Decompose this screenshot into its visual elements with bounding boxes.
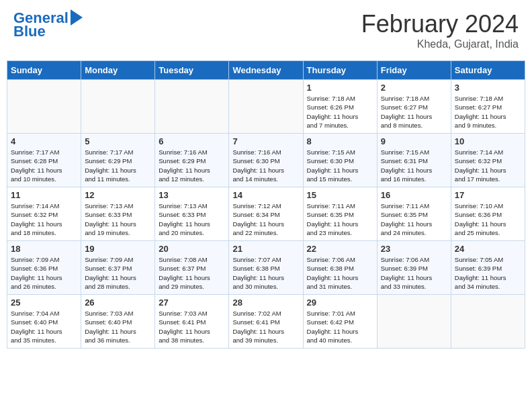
day-info-text: Sunrise: 7:15 AM Sunset: 6:30 PM Dayligh… [307,148,373,183]
day-number: 2 [381,83,447,93]
calendar-day-cell: 21Sunrise: 7:07 AM Sunset: 6:38 PM Dayli… [229,241,303,295]
calendar-day-cell: 29Sunrise: 7:01 AM Sunset: 6:42 PM Dayli… [303,295,377,349]
day-info-text: Sunrise: 7:18 AM Sunset: 6:26 PM Dayligh… [307,94,373,130]
day-info-text: Sunrise: 7:13 AM Sunset: 6:33 PM Dayligh… [85,201,151,237]
logo-arrow-icon [71,9,83,26]
calendar-day-cell: 25Sunrise: 7:04 AM Sunset: 6:40 PM Dayli… [7,295,81,349]
calendar-day-cell: 8Sunrise: 7:15 AM Sunset: 6:30 PM Daylig… [303,134,377,187]
calendar-day-cell [451,295,525,349]
logo: General Blue [13,10,83,40]
calendar-day-cell: 16Sunrise: 7:11 AM Sunset: 6:35 PM Dayli… [377,187,451,241]
month-year-title: February 2024 [361,10,519,38]
day-info-text: Sunrise: 7:14 AM Sunset: 6:32 PM Dayligh… [455,148,521,183]
title-block: February 2024 Kheda, Gujarat, India [361,10,519,50]
day-info-text: Sunrise: 7:18 AM Sunset: 6:27 PM Dayligh… [381,94,447,130]
day-number: 21 [232,244,299,254]
calendar-day-cell: 15Sunrise: 7:11 AM Sunset: 6:35 PM Dayli… [303,187,377,241]
day-number: 5 [85,136,151,146]
calendar-header-row: SundayMondayTuesdayWednesdayThursdayFrid… [7,61,525,80]
calendar-week-row: 18Sunrise: 7:09 AM Sunset: 6:36 PM Dayli… [7,241,525,295]
calendar-day-cell: 18Sunrise: 7:09 AM Sunset: 6:36 PM Dayli… [7,241,81,295]
calendar-day-cell: 28Sunrise: 7:02 AM Sunset: 6:41 PM Dayli… [229,295,303,349]
calendar-day-cell: 11Sunrise: 7:14 AM Sunset: 6:32 PM Dayli… [7,187,81,241]
day-number: 25 [11,298,77,308]
calendar-week-row: 11Sunrise: 7:14 AM Sunset: 6:32 PM Dayli… [7,187,525,241]
day-number: 16 [381,190,447,200]
calendar-day-cell: 22Sunrise: 7:06 AM Sunset: 6:38 PM Dayli… [303,241,377,295]
day-of-week-header: Monday [81,61,155,80]
calendar-day-cell: 5Sunrise: 7:17 AM Sunset: 6:29 PM Daylig… [81,134,155,187]
day-number: 27 [159,298,225,308]
day-info-text: Sunrise: 7:18 AM Sunset: 6:27 PM Dayligh… [455,94,521,130]
day-number: 8 [307,136,373,146]
day-info-text: Sunrise: 7:11 AM Sunset: 6:35 PM Dayligh… [307,201,373,237]
day-number: 7 [232,136,299,146]
day-info-text: Sunrise: 7:03 AM Sunset: 6:41 PM Dayligh… [159,309,225,345]
day-number: 19 [85,244,151,254]
day-number: 13 [159,190,225,200]
day-number: 3 [455,83,521,93]
calendar-day-cell: 24Sunrise: 7:05 AM Sunset: 6:39 PM Dayli… [451,241,525,295]
calendar-day-cell: 4Sunrise: 7:17 AM Sunset: 6:28 PM Daylig… [7,134,81,187]
day-info-text: Sunrise: 7:05 AM Sunset: 6:39 PM Dayligh… [455,255,521,291]
calendar-day-cell: 14Sunrise: 7:12 AM Sunset: 6:34 PM Dayli… [229,187,303,241]
calendar-day-cell [7,80,81,134]
day-info-text: Sunrise: 7:17 AM Sunset: 6:28 PM Dayligh… [11,148,77,183]
day-info-text: Sunrise: 7:15 AM Sunset: 6:31 PM Dayligh… [381,148,447,183]
calendar-day-cell: 7Sunrise: 7:16 AM Sunset: 6:30 PM Daylig… [229,134,303,187]
day-number: 29 [307,298,373,308]
calendar-day-cell: 20Sunrise: 7:08 AM Sunset: 6:37 PM Dayli… [155,241,229,295]
day-number: 23 [381,244,447,254]
day-number: 4 [11,136,77,146]
calendar-day-cell: 3Sunrise: 7:18 AM Sunset: 6:27 PM Daylig… [451,80,525,134]
calendar-body: 1Sunrise: 7:18 AM Sunset: 6:26 PM Daylig… [7,80,525,349]
day-info-text: Sunrise: 7:09 AM Sunset: 6:37 PM Dayligh… [85,255,151,291]
calendar-day-cell [377,295,451,349]
calendar-day-cell [229,80,303,134]
calendar-day-cell: 17Sunrise: 7:10 AM Sunset: 6:36 PM Dayli… [451,187,525,241]
calendar-week-row: 1Sunrise: 7:18 AM Sunset: 6:26 PM Daylig… [7,80,525,134]
day-info-text: Sunrise: 7:16 AM Sunset: 6:30 PM Dayligh… [232,148,299,183]
day-number: 10 [455,136,521,146]
day-of-week-header: Friday [377,61,451,80]
day-number: 12 [85,190,151,200]
day-number: 18 [11,244,77,254]
calendar-day-cell: 27Sunrise: 7:03 AM Sunset: 6:41 PM Dayli… [155,295,229,349]
calendar-day-cell: 23Sunrise: 7:06 AM Sunset: 6:39 PM Dayli… [377,241,451,295]
day-info-text: Sunrise: 7:01 AM Sunset: 6:42 PM Dayligh… [307,309,373,345]
day-number: 22 [307,244,373,254]
day-number: 6 [159,136,225,146]
calendar-day-cell: 9Sunrise: 7:15 AM Sunset: 6:31 PM Daylig… [377,134,451,187]
day-of-week-header: Wednesday [229,61,303,80]
calendar-day-cell: 13Sunrise: 7:13 AM Sunset: 6:33 PM Dayli… [155,187,229,241]
day-number: 20 [159,244,225,254]
calendar-day-cell [155,80,229,134]
day-info-text: Sunrise: 7:07 AM Sunset: 6:38 PM Dayligh… [232,255,299,291]
day-info-text: Sunrise: 7:14 AM Sunset: 6:32 PM Dayligh… [11,201,77,237]
logo-blue-text: Blue [13,24,46,40]
calendar-day-cell: 12Sunrise: 7:13 AM Sunset: 6:33 PM Dayli… [81,187,155,241]
day-of-week-header: Thursday [303,61,377,80]
calendar-week-row: 25Sunrise: 7:04 AM Sunset: 6:40 PM Dayli… [7,295,525,349]
day-number: 24 [455,244,521,254]
day-of-week-header: Saturday [451,61,525,80]
day-number: 11 [11,190,77,200]
day-info-text: Sunrise: 7:17 AM Sunset: 6:29 PM Dayligh… [85,148,151,183]
day-number: 14 [232,190,299,200]
day-info-text: Sunrise: 7:13 AM Sunset: 6:33 PM Dayligh… [159,201,225,237]
day-info-text: Sunrise: 7:02 AM Sunset: 6:41 PM Dayligh… [232,309,299,345]
calendar-day-cell [81,80,155,134]
day-info-text: Sunrise: 7:09 AM Sunset: 6:36 PM Dayligh… [11,255,77,291]
day-number: 28 [232,298,299,308]
day-of-week-header: Sunday [7,61,81,80]
day-number: 1 [307,83,373,93]
calendar-table: SundayMondayTuesdayWednesdayThursdayFrid… [7,60,525,349]
day-info-text: Sunrise: 7:06 AM Sunset: 6:38 PM Dayligh… [307,255,373,291]
page-header: General Blue February 2024 Kheda, Gujara… [7,7,525,54]
calendar-day-cell: 2Sunrise: 7:18 AM Sunset: 6:27 PM Daylig… [377,80,451,134]
day-info-text: Sunrise: 7:12 AM Sunset: 6:34 PM Dayligh… [232,201,299,237]
day-info-text: Sunrise: 7:08 AM Sunset: 6:37 PM Dayligh… [159,255,225,291]
day-info-text: Sunrise: 7:10 AM Sunset: 6:36 PM Dayligh… [455,201,521,237]
calendar-day-cell: 19Sunrise: 7:09 AM Sunset: 6:37 PM Dayli… [81,241,155,295]
day-number: 17 [455,190,521,200]
